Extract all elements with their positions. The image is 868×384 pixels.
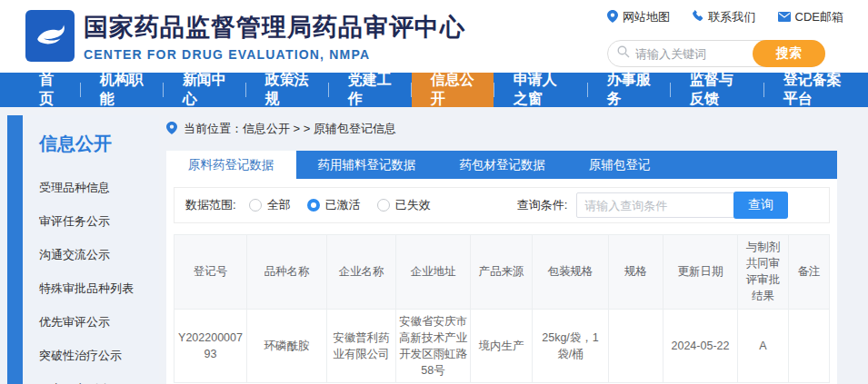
site-title-en: CENTER FOR DRUG EVALUATION, NMPA bbox=[84, 47, 465, 62]
radio-all-circle bbox=[249, 199, 262, 212]
radio-expired-circle bbox=[377, 199, 390, 212]
sidebar-item-communication[interactable]: 沟通交流公示 bbox=[39, 238, 159, 271]
nav-item-registration-platform[interactable]: 登记备案平台 bbox=[764, 73, 868, 107]
sidebar: 信息公开 受理品种信息 审评任务公示 沟通交流公示 特殊审批品种列表 优先审评公… bbox=[23, 115, 159, 384]
scope-label: 数据范围: bbox=[185, 197, 236, 213]
nav-item-party[interactable]: 党建工作 bbox=[329, 73, 411, 107]
table-row: Y20220000793 环磷酰胺 安徽普利药业有限公司 安徽省安庆市高新技术产… bbox=[175, 309, 830, 383]
breadcrumb: 当前位置：信息公开 > > 原辅包登记信息 bbox=[166, 121, 396, 137]
radio-activated-label: 已激活 bbox=[325, 197, 361, 213]
radio-expired[interactable]: 已失效 bbox=[377, 197, 431, 213]
cell-variety-name: 环磷酰胺 bbox=[247, 309, 327, 383]
radio-activated-circle bbox=[307, 199, 320, 212]
nav-item-services[interactable]: 办事服务 bbox=[588, 73, 670, 107]
col-packaging-spec: 包装规格 bbox=[533, 235, 609, 310]
sitemap-link[interactable]: 网站地图 bbox=[607, 9, 670, 25]
col-remarks: 备注 bbox=[789, 235, 830, 310]
sidebar-item-breakthrough-therapy[interactable]: 突破性治疗公示 bbox=[39, 339, 159, 372]
cell-spec bbox=[609, 309, 663, 383]
nav-item-info-disclosure[interactable]: 信息公开 bbox=[412, 73, 494, 107]
nav-item-supervision[interactable]: 监督与反馈 bbox=[671, 73, 763, 107]
content-panel: 原料药登记数据 药用辅料登记数据 药包材登记数据 原辅包登记 数据范围: 全部 … bbox=[166, 151, 837, 384]
table-header-row: 登记号 品种名称 企业名称 企业地址 产品来源 包装规格 规格 更新日期 与制剂… bbox=[175, 235, 830, 310]
site-title-cn: 国家药品监督管理局药品审评中心 bbox=[84, 11, 465, 44]
cde-mail-label: CDE邮箱 bbox=[795, 9, 843, 25]
contact-label: 联系我们 bbox=[708, 9, 755, 25]
tab-apief-registration[interactable]: 原辅包登记 bbox=[567, 151, 673, 179]
cell-registration-no: Y20220000793 bbox=[175, 309, 247, 383]
sidebar-item-priority-review[interactable]: 优先审评公示 bbox=[39, 305, 159, 339]
sidebar-item-special-approval[interactable]: 特殊审批品种列表 bbox=[39, 271, 159, 305]
radio-all-label: 全部 bbox=[267, 197, 291, 213]
nav-item-home[interactable]: 首页 bbox=[20, 73, 80, 107]
nav-item-applicant-window[interactable]: 申请人之窗 bbox=[494, 73, 587, 107]
tab-packaging-registration[interactable]: 药包材登记数据 bbox=[438, 151, 568, 179]
search-icon bbox=[617, 45, 630, 62]
col-variety-name: 品种名称 bbox=[247, 235, 327, 310]
col-update-date: 更新日期 bbox=[663, 235, 738, 310]
cde-mail-link[interactable]: CDE邮箱 bbox=[778, 9, 843, 25]
location-pin-icon bbox=[607, 10, 618, 25]
nav-item-policies[interactable]: 政策法规 bbox=[246, 73, 328, 107]
data-tabs: 原料药登记数据 药用辅料登记数据 药包材登记数据 原辅包登记 bbox=[166, 151, 837, 179]
site-header: 国家药品监督管理局药品审评中心 CENTER FOR DRUG EVALUATI… bbox=[0, 0, 868, 73]
registration-table: 登记号 品种名称 企业名称 企业地址 产品来源 包装规格 规格 更新日期 与制剂… bbox=[174, 234, 830, 383]
col-spec: 规格 bbox=[609, 235, 663, 310]
contact-link[interactable]: 联系我们 bbox=[692, 9, 755, 25]
sidebar-item-review-tasks[interactable]: 审评任务公示 bbox=[39, 204, 159, 238]
cde-website-page: 国家药品监督管理局药品审评中心 CENTER FOR DRUG EVALUATI… bbox=[0, 0, 868, 384]
col-joint-review-result: 与制剂共同审评审批结果 bbox=[738, 235, 789, 310]
swan-icon bbox=[30, 15, 70, 58]
sidebar-title: 信息公开 bbox=[39, 132, 159, 156]
cell-update-date: 2024-05-22 bbox=[663, 309, 738, 383]
site-search-button[interactable]: 搜索 bbox=[753, 40, 825, 67]
scope-radio-group: 全部 已激活 已失效 bbox=[249, 197, 431, 213]
radio-expired-label: 已失效 bbox=[395, 197, 431, 213]
radio-all[interactable]: 全部 bbox=[249, 197, 291, 213]
sidebar-item-three-in-one[interactable]: 三合一序列公示 bbox=[39, 372, 159, 384]
phone-icon bbox=[692, 10, 703, 25]
sitemap-label: 网站地图 bbox=[623, 9, 670, 25]
site-titles: 国家药品监督管理局药品审评中心 CENTER FOR DRUG EVALUATI… bbox=[84, 11, 465, 62]
cell-packaging-spec: 25kg/袋，1袋/桶 bbox=[533, 309, 609, 383]
cell-remarks bbox=[789, 309, 830, 383]
site-search: 搜索 bbox=[607, 40, 825, 67]
header-quick-links: 网站地图 联系我们 CDE邮箱 bbox=[607, 9, 843, 25]
cell-product-source: 境内生产 bbox=[471, 309, 533, 383]
col-product-source: 产品来源 bbox=[471, 235, 533, 310]
col-company-name: 企业名称 bbox=[327, 235, 396, 310]
col-registration-no: 登记号 bbox=[175, 235, 247, 310]
col-company-address: 企业地址 bbox=[396, 235, 471, 310]
breadcrumb-label: 当前位置：信息公开 > > 原辅包登记信息 bbox=[184, 121, 396, 137]
cell-company-address: 安徽省安庆市高新技术产业开发区雨虹路58号 bbox=[396, 309, 471, 383]
breadcrumb-pin-icon bbox=[166, 122, 177, 137]
nav-item-news[interactable]: 新闻中心 bbox=[164, 73, 245, 107]
query-label: 查询条件: bbox=[517, 197, 568, 213]
query-button[interactable]: 查询 bbox=[733, 192, 788, 219]
filter-bar: 数据范围: 全部 已激活 已失效 查询条件: 查询 bbox=[174, 187, 830, 223]
tab-api-registration[interactable]: 原料药登记数据 bbox=[166, 151, 296, 179]
cell-joint-review-result: A bbox=[738, 309, 789, 383]
sidebar-item-accepted-varieties[interactable]: 受理品种信息 bbox=[39, 171, 159, 204]
left-accent-strip bbox=[7, 115, 23, 384]
cell-company-name: 安徽普利药业有限公司 bbox=[327, 309, 396, 383]
nav-item-functions[interactable]: 机构职能 bbox=[81, 73, 163, 107]
main-nav: 首页 机构职能 新闻中心 政策法规 党建工作 信息公开 申请人之窗 办事服务 监… bbox=[0, 73, 868, 107]
radio-activated[interactable]: 已激活 bbox=[307, 197, 361, 213]
mail-icon bbox=[778, 11, 791, 25]
tab-excipient-registration[interactable]: 药用辅料登记数据 bbox=[296, 151, 438, 179]
cde-logo[interactable] bbox=[25, 10, 75, 62]
